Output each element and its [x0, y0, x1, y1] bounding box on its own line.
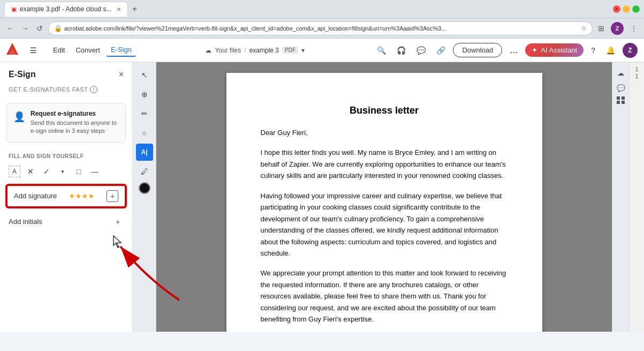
- arrow-annotation: [156, 236, 190, 307]
- page-sidebar: 1 1: [629, 62, 644, 332]
- line-tool[interactable]: —: [89, 166, 101, 177]
- more-options-btn[interactable]: ...: [506, 43, 521, 57]
- adobe-logo: [6, 43, 18, 57]
- signature-stars: ★★★★: [69, 192, 95, 200]
- request-card[interactable]: 👤 Request e-signatures Send this documen…: [6, 103, 126, 143]
- grid-cell-4: [622, 101, 625, 104]
- text-tool-btn[interactable]: A|: [136, 144, 153, 161]
- add-signature-btn[interactable]: Add signature ★★★★ +: [6, 185, 126, 207]
- file-type-badge: PDF: [282, 47, 298, 54]
- profile-btn[interactable]: Z: [609, 20, 626, 37]
- forward-btn[interactable]: →: [19, 22, 31, 35]
- app-toolbar: ☰ Edit Convert E-Sign ☁ Your files / exa…: [0, 39, 644, 62]
- sidebar-close-btn[interactable]: ×: [119, 70, 124, 79]
- toolbar-center: ☁ Your files / example 3 PDF ▾: [145, 47, 365, 54]
- add-signature-plus-icon: +: [107, 190, 118, 202]
- doc-paragraph-0: Dear Guy Fieri,: [261, 127, 508, 138]
- main-layout: E-Sign × GET E-SIGNATURES FAST i 👤 Reque…: [0, 62, 644, 332]
- breadcrumb-separator: /: [244, 47, 246, 54]
- sidebar-title: E-Sign: [9, 70, 36, 79]
- zoom-tool-btn[interactable]: ⊕: [136, 86, 153, 103]
- nav-convert[interactable]: Convert: [71, 44, 104, 56]
- hamburger-btn[interactable]: ☰: [27, 44, 40, 57]
- right-panel-chat-btn[interactable]: 💬: [615, 81, 627, 94]
- esign-sidebar: E-Sign × GET E-SIGNATURES FAST i 👤 Reque…: [0, 62, 133, 332]
- window-maximize-btn[interactable]: □: [632, 5, 640, 13]
- cloud-icon: ☁: [205, 47, 211, 54]
- window-close-btn[interactable]: ✕: [613, 5, 620, 13]
- document-body: Dear Guy Fieri, I hope this letter finds…: [261, 127, 508, 332]
- document-area[interactable]: Business letter Dear Guy Fieri, I hope t…: [156, 62, 612, 332]
- new-tab-btn[interactable]: +: [128, 3, 141, 16]
- ai-icon: ✦: [532, 46, 537, 54]
- color-picker[interactable]: [139, 182, 150, 194]
- refresh-btn[interactable]: ↺: [34, 22, 45, 35]
- sidebar-header: E-Sign ×: [0, 62, 132, 84]
- esign-subtitle: GET E-SIGNATURES FAST i: [0, 84, 132, 99]
- active-tab[interactable]: ▣ example 3.pdf - Adobe cloud s... ✕: [4, 2, 128, 17]
- add-initials-row[interactable]: Add initials +: [0, 212, 132, 232]
- help-btn[interactable]: ?: [588, 44, 598, 57]
- file-name: example 3: [249, 47, 279, 54]
- add-initials-plus-btn[interactable]: +: [112, 216, 124, 228]
- browser-actions: ⊞ Z ⋮: [596, 20, 640, 37]
- extensions-btn[interactable]: ⊞: [596, 20, 607, 37]
- document-title: Business letter: [261, 105, 508, 116]
- dot-tool[interactable]: •: [57, 166, 69, 177]
- grid-cell-3: [617, 101, 620, 104]
- text-tool[interactable]: A: [9, 166, 20, 177]
- breadcrumb-files[interactable]: Your files: [215, 47, 241, 54]
- x-tool[interactable]: ✕: [25, 166, 36, 177]
- ai-assistant-btn[interactable]: ✦ AI Assistant: [525, 43, 584, 57]
- tab-close-btn[interactable]: ✕: [117, 6, 121, 12]
- url-text: acrobat.adobe.com/link/file/?viewer%21me…: [64, 25, 579, 32]
- doc-paragraph-3: We appreciate your prompt attention to t…: [261, 267, 508, 325]
- right-panel-grid-icon[interactable]: [617, 96, 625, 104]
- headphones-btn[interactable]: 🎧: [393, 44, 409, 57]
- nav-edit[interactable]: Edit: [49, 44, 69, 56]
- right-tool-panel: ☁ 💬: [612, 62, 629, 332]
- highlight-tool-btn[interactable]: ○: [136, 124, 153, 141]
- request-card-title: Request e-signatures: [31, 110, 119, 117]
- page-number-2: 1: [635, 73, 639, 79]
- window-minimize-btn[interactable]: −: [623, 5, 630, 13]
- stamp-tool-btn[interactable]: 🖊: [136, 163, 153, 180]
- check-tool[interactable]: ✓: [41, 166, 52, 177]
- box-tool[interactable]: □: [73, 166, 85, 177]
- request-card-desc: Send this document to anyone to e-sign o…: [31, 119, 119, 136]
- doc-paragraph-2: Having followed your impressive career a…: [261, 190, 508, 259]
- request-icon: 👤: [13, 111, 25, 123]
- secure-icon: 🔒: [54, 25, 62, 32]
- back-btn[interactable]: ←: [4, 22, 16, 35]
- address-bar: ← → ↺ 🔒 acrobat.adobe.com/link/file/?vie…: [0, 18, 644, 39]
- comment-btn[interactable]: 💬: [413, 44, 429, 57]
- nav-esign[interactable]: E-Sign: [107, 43, 136, 57]
- search-btn[interactable]: 🔍: [374, 44, 389, 57]
- text-tool-icon: A|: [141, 148, 147, 156]
- add-signature-label: Add signature: [14, 192, 57, 200]
- page-number-1: 1: [635, 66, 639, 72]
- browser-menu-btn[interactable]: ⋮: [628, 20, 640, 37]
- user-avatar[interactable]: Z: [623, 43, 638, 58]
- info-icon[interactable]: i: [90, 86, 97, 93]
- document-page: Business letter Dear Guy Fieri, I hope t…: [226, 73, 542, 332]
- user-avatar-large: Z: [611, 22, 624, 35]
- pdf-tab-icon: ▣: [11, 6, 17, 13]
- download-button[interactable]: Download: [453, 43, 502, 57]
- add-signature-container: Add signature ★★★★ +: [6, 185, 126, 207]
- url-bar[interactable]: 🔒 acrobat.adobe.com/link/file/?viewer%21…: [48, 21, 593, 35]
- toolbar-right: 🔍 🎧 💬 🔗 Download ... ✦ AI Assistant ? 🔔 …: [374, 43, 638, 58]
- star-icon: ☆: [581, 25, 587, 32]
- grid-cell-2: [622, 96, 625, 100]
- right-panel-cloud-btn[interactable]: ☁: [615, 66, 627, 79]
- pen-tool-btn[interactable]: ✏: [136, 105, 153, 122]
- file-dropdown-icon[interactable]: ▾: [301, 47, 305, 54]
- fill-sign-label: FILL AND SIGN YOURSELF: [0, 147, 132, 162]
- link-btn[interactable]: 🔗: [433, 44, 449, 57]
- notifications-btn[interactable]: 🔔: [603, 44, 618, 57]
- toolbar-nav: Edit Convert E-Sign: [49, 43, 136, 57]
- doc-paragraph-1: I hope this letter finds you well. My na…: [261, 147, 508, 181]
- grid-cell-1: [617, 96, 620, 100]
- select-tool-btn[interactable]: ↖: [136, 66, 153, 84]
- tab-title: example 3.pdf - Adobe cloud s...: [20, 5, 111, 13]
